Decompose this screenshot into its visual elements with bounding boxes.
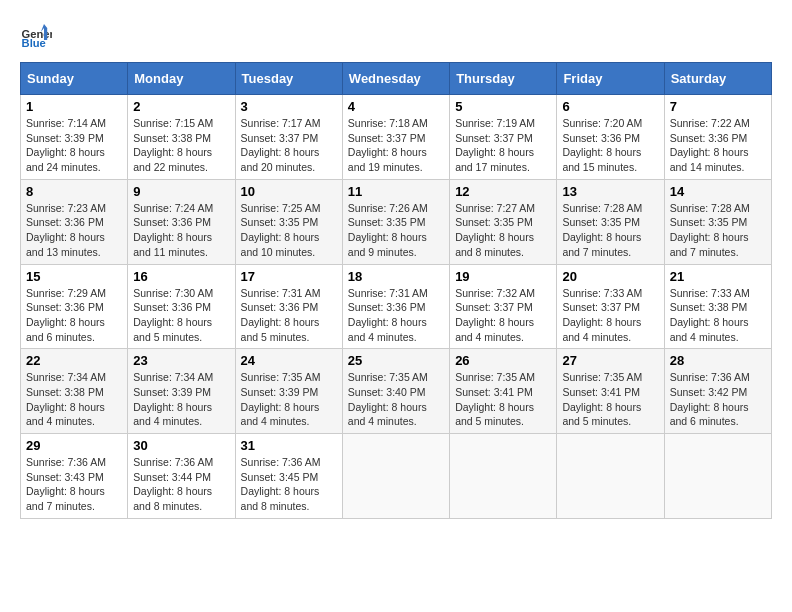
- calendar-day-26: 26Sunrise: 7:35 AMSunset: 3:41 PMDayligh…: [450, 349, 557, 434]
- day-number: 5: [455, 99, 551, 114]
- day-info: Sunrise: 7:23 AMSunset: 3:36 PMDaylight:…: [26, 201, 122, 260]
- calendar-week-4: 22Sunrise: 7:34 AMSunset: 3:38 PMDayligh…: [21, 349, 772, 434]
- calendar-day-1: 1Sunrise: 7:14 AMSunset: 3:39 PMDaylight…: [21, 95, 128, 180]
- day-header-wednesday: Wednesday: [342, 63, 449, 95]
- day-info: Sunrise: 7:35 AMSunset: 3:40 PMDaylight:…: [348, 370, 444, 429]
- day-number: 23: [133, 353, 229, 368]
- calendar-day-27: 27Sunrise: 7:35 AMSunset: 3:41 PMDayligh…: [557, 349, 664, 434]
- day-info: Sunrise: 7:27 AMSunset: 3:35 PMDaylight:…: [455, 201, 551, 260]
- day-info: Sunrise: 7:24 AMSunset: 3:36 PMDaylight:…: [133, 201, 229, 260]
- day-number: 20: [562, 269, 658, 284]
- logo-icon: General Blue: [20, 20, 52, 52]
- day-info: Sunrise: 7:28 AMSunset: 3:35 PMDaylight:…: [562, 201, 658, 260]
- day-number: 21: [670, 269, 766, 284]
- calendar-day-25: 25Sunrise: 7:35 AMSunset: 3:40 PMDayligh…: [342, 349, 449, 434]
- day-header-tuesday: Tuesday: [235, 63, 342, 95]
- day-number: 4: [348, 99, 444, 114]
- day-info: Sunrise: 7:33 AMSunset: 3:37 PMDaylight:…: [562, 286, 658, 345]
- calendar-day-14: 14Sunrise: 7:28 AMSunset: 3:35 PMDayligh…: [664, 179, 771, 264]
- calendar-day-20: 20Sunrise: 7:33 AMSunset: 3:37 PMDayligh…: [557, 264, 664, 349]
- calendar-week-2: 8Sunrise: 7:23 AMSunset: 3:36 PMDaylight…: [21, 179, 772, 264]
- day-info: Sunrise: 7:20 AMSunset: 3:36 PMDaylight:…: [562, 116, 658, 175]
- day-header-saturday: Saturday: [664, 63, 771, 95]
- calendar-day-7: 7Sunrise: 7:22 AMSunset: 3:36 PMDaylight…: [664, 95, 771, 180]
- calendar-day-9: 9Sunrise: 7:24 AMSunset: 3:36 PMDaylight…: [128, 179, 235, 264]
- calendar-day-19: 19Sunrise: 7:32 AMSunset: 3:37 PMDayligh…: [450, 264, 557, 349]
- day-number: 28: [670, 353, 766, 368]
- day-number: 16: [133, 269, 229, 284]
- day-info: Sunrise: 7:17 AMSunset: 3:37 PMDaylight:…: [241, 116, 337, 175]
- calendar-day-6: 6Sunrise: 7:20 AMSunset: 3:36 PMDaylight…: [557, 95, 664, 180]
- day-number: 8: [26, 184, 122, 199]
- day-info: Sunrise: 7:31 AMSunset: 3:36 PMDaylight:…: [241, 286, 337, 345]
- day-info: Sunrise: 7:28 AMSunset: 3:35 PMDaylight:…: [670, 201, 766, 260]
- empty-cell: [557, 434, 664, 519]
- day-header-thursday: Thursday: [450, 63, 557, 95]
- calendar-day-29: 29Sunrise: 7:36 AMSunset: 3:43 PMDayligh…: [21, 434, 128, 519]
- calendar-day-16: 16Sunrise: 7:30 AMSunset: 3:36 PMDayligh…: [128, 264, 235, 349]
- calendar-day-30: 30Sunrise: 7:36 AMSunset: 3:44 PMDayligh…: [128, 434, 235, 519]
- day-info: Sunrise: 7:35 AMSunset: 3:41 PMDaylight:…: [562, 370, 658, 429]
- day-info: Sunrise: 7:36 AMSunset: 3:44 PMDaylight:…: [133, 455, 229, 514]
- day-number: 31: [241, 438, 337, 453]
- day-number: 9: [133, 184, 229, 199]
- day-info: Sunrise: 7:30 AMSunset: 3:36 PMDaylight:…: [133, 286, 229, 345]
- calendar-week-3: 15Sunrise: 7:29 AMSunset: 3:36 PMDayligh…: [21, 264, 772, 349]
- day-number: 6: [562, 99, 658, 114]
- day-header-friday: Friday: [557, 63, 664, 95]
- calendar-day-4: 4Sunrise: 7:18 AMSunset: 3:37 PMDaylight…: [342, 95, 449, 180]
- day-number: 22: [26, 353, 122, 368]
- calendar-day-31: 31Sunrise: 7:36 AMSunset: 3:45 PMDayligh…: [235, 434, 342, 519]
- day-number: 1: [26, 99, 122, 114]
- day-info: Sunrise: 7:26 AMSunset: 3:35 PMDaylight:…: [348, 201, 444, 260]
- calendar-day-18: 18Sunrise: 7:31 AMSunset: 3:36 PMDayligh…: [342, 264, 449, 349]
- day-info: Sunrise: 7:25 AMSunset: 3:35 PMDaylight:…: [241, 201, 337, 260]
- day-info: Sunrise: 7:15 AMSunset: 3:38 PMDaylight:…: [133, 116, 229, 175]
- day-number: 11: [348, 184, 444, 199]
- calendar-day-12: 12Sunrise: 7:27 AMSunset: 3:35 PMDayligh…: [450, 179, 557, 264]
- calendar-day-21: 21Sunrise: 7:33 AMSunset: 3:38 PMDayligh…: [664, 264, 771, 349]
- day-info: Sunrise: 7:36 AMSunset: 3:45 PMDaylight:…: [241, 455, 337, 514]
- day-info: Sunrise: 7:36 AMSunset: 3:42 PMDaylight:…: [670, 370, 766, 429]
- day-info: Sunrise: 7:31 AMSunset: 3:36 PMDaylight:…: [348, 286, 444, 345]
- day-number: 19: [455, 269, 551, 284]
- calendar-day-3: 3Sunrise: 7:17 AMSunset: 3:37 PMDaylight…: [235, 95, 342, 180]
- day-number: 24: [241, 353, 337, 368]
- day-number: 29: [26, 438, 122, 453]
- calendar-day-28: 28Sunrise: 7:36 AMSunset: 3:42 PMDayligh…: [664, 349, 771, 434]
- day-number: 25: [348, 353, 444, 368]
- day-info: Sunrise: 7:22 AMSunset: 3:36 PMDaylight:…: [670, 116, 766, 175]
- day-info: Sunrise: 7:32 AMSunset: 3:37 PMDaylight:…: [455, 286, 551, 345]
- day-number: 18: [348, 269, 444, 284]
- empty-cell: [450, 434, 557, 519]
- calendar-day-22: 22Sunrise: 7:34 AMSunset: 3:38 PMDayligh…: [21, 349, 128, 434]
- calendar-table: SundayMondayTuesdayWednesdayThursdayFrid…: [20, 62, 772, 519]
- day-header-sunday: Sunday: [21, 63, 128, 95]
- calendar-week-1: 1Sunrise: 7:14 AMSunset: 3:39 PMDaylight…: [21, 95, 772, 180]
- calendar-day-11: 11Sunrise: 7:26 AMSunset: 3:35 PMDayligh…: [342, 179, 449, 264]
- day-info: Sunrise: 7:29 AMSunset: 3:36 PMDaylight:…: [26, 286, 122, 345]
- day-number: 30: [133, 438, 229, 453]
- day-number: 26: [455, 353, 551, 368]
- day-info: Sunrise: 7:35 AMSunset: 3:39 PMDaylight:…: [241, 370, 337, 429]
- day-info: Sunrise: 7:14 AMSunset: 3:39 PMDaylight:…: [26, 116, 122, 175]
- day-number: 14: [670, 184, 766, 199]
- day-info: Sunrise: 7:18 AMSunset: 3:37 PMDaylight:…: [348, 116, 444, 175]
- calendar-week-5: 29Sunrise: 7:36 AMSunset: 3:43 PMDayligh…: [21, 434, 772, 519]
- day-number: 17: [241, 269, 337, 284]
- calendar-day-23: 23Sunrise: 7:34 AMSunset: 3:39 PMDayligh…: [128, 349, 235, 434]
- calendar-day-10: 10Sunrise: 7:25 AMSunset: 3:35 PMDayligh…: [235, 179, 342, 264]
- page-header: General Blue: [20, 20, 772, 52]
- day-info: Sunrise: 7:35 AMSunset: 3:41 PMDaylight:…: [455, 370, 551, 429]
- day-number: 15: [26, 269, 122, 284]
- day-info: Sunrise: 7:34 AMSunset: 3:38 PMDaylight:…: [26, 370, 122, 429]
- empty-cell: [342, 434, 449, 519]
- day-header-monday: Monday: [128, 63, 235, 95]
- calendar-day-5: 5Sunrise: 7:19 AMSunset: 3:37 PMDaylight…: [450, 95, 557, 180]
- day-info: Sunrise: 7:34 AMSunset: 3:39 PMDaylight:…: [133, 370, 229, 429]
- day-number: 27: [562, 353, 658, 368]
- day-info: Sunrise: 7:36 AMSunset: 3:43 PMDaylight:…: [26, 455, 122, 514]
- day-number: 12: [455, 184, 551, 199]
- day-info: Sunrise: 7:19 AMSunset: 3:37 PMDaylight:…: [455, 116, 551, 175]
- day-number: 2: [133, 99, 229, 114]
